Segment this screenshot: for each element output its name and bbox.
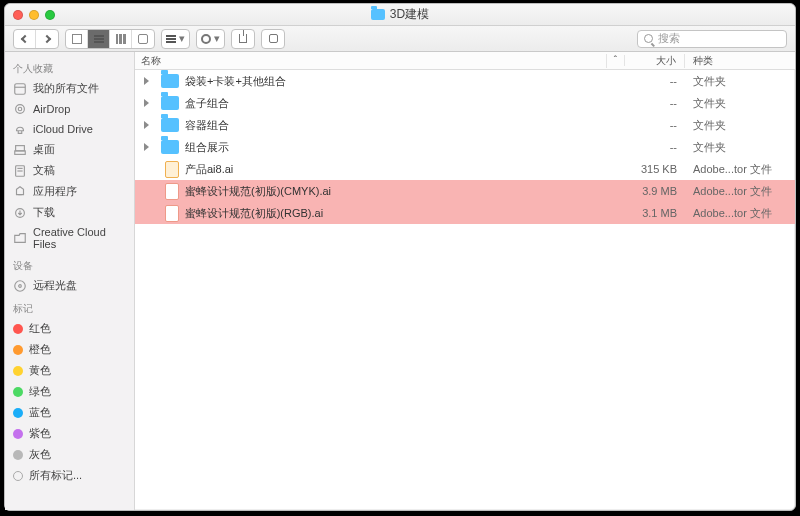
sidebar-item-label: iCloud Drive	[33, 123, 93, 135]
tag-icon	[269, 34, 278, 43]
column-headers: 名称 ˆ 大小 种类	[135, 52, 795, 70]
view-icon-button[interactable]	[66, 30, 88, 48]
folder-icon	[161, 96, 179, 110]
view-columns-button[interactable]	[110, 30, 132, 48]
sidebar-item[interactable]: iCloud Drive	[5, 119, 134, 139]
table-row[interactable]: ·蜜蜂设计规范(初版)(RGB).ai3.1 MBAdobe...tor 文件	[135, 202, 795, 224]
file-size: 3.9 MB	[607, 185, 685, 197]
disclosure-triangle[interactable]	[139, 141, 153, 153]
column-kind[interactable]: 种类	[685, 54, 795, 68]
svg-point-12	[19, 284, 22, 287]
sidebar-tag[interactable]: 所有标记...	[5, 465, 134, 486]
table-row[interactable]: ·蜜蜂设计规范(初版)(CMYK).ai3.9 MBAdobe...tor 文件	[135, 180, 795, 202]
sidebar-item[interactable]: 应用程序	[5, 181, 134, 202]
disclosure-triangle[interactable]	[139, 119, 153, 131]
disclosure-triangle[interactable]	[139, 97, 153, 109]
file-name: 容器组合	[185, 118, 229, 133]
tag-dot-icon	[13, 471, 23, 481]
sidebar-tag[interactable]: 黄色	[5, 360, 134, 381]
forward-button[interactable]	[36, 30, 58, 48]
file-name: 蜜蜂设计规范(初版)(RGB).ai	[185, 206, 323, 221]
finder-window: 3D建模 ▾ ▾ 搜索 个人收藏 我的所有文件AirDropiC	[4, 3, 796, 511]
sidebar-item-label: 应用程序	[33, 184, 77, 199]
arrange-icon	[166, 35, 176, 43]
sidebar-item[interactable]: 下载	[5, 202, 134, 223]
sidebar: 个人收藏 我的所有文件AirDropiCloud Drive桌面文稿应用程序下载…	[5, 52, 135, 510]
table-row[interactable]: ·产品ai8.ai315 KBAdobe...tor 文件	[135, 158, 795, 180]
sidebar-item-label: 下载	[33, 205, 55, 220]
search-icon	[644, 34, 653, 43]
sidebar-item-label: 绿色	[29, 384, 51, 399]
columns-icon	[116, 34, 126, 44]
sidebar-item-label: 文稿	[33, 163, 55, 178]
sidebar-item[interactable]: 桌面	[5, 139, 134, 160]
table-row[interactable]: 盒子组合--文件夹	[135, 92, 795, 114]
sidebar-item-label: 所有标记...	[29, 468, 82, 483]
chevron-left-icon	[20, 34, 28, 42]
svg-rect-5	[16, 145, 25, 150]
column-name[interactable]: 名称	[135, 54, 607, 68]
svg-point-11	[15, 280, 26, 291]
file-size: 3.1 MB	[607, 207, 685, 219]
coverflow-icon	[138, 34, 148, 44]
tag-dot-icon	[13, 387, 23, 397]
sidebar-tag[interactable]: 紫色	[5, 423, 134, 444]
view-coverflow-button[interactable]	[132, 30, 154, 48]
sidebar-item[interactable]: 我的所有文件	[5, 78, 134, 99]
table-row[interactable]: 组合展示--文件夹	[135, 136, 795, 158]
sidebar-tag[interactable]: 绿色	[5, 381, 134, 402]
svg-rect-0	[15, 83, 26, 94]
back-button[interactable]	[14, 30, 36, 48]
column-sort-indicator[interactable]: ˆ	[607, 55, 625, 66]
sidebar-icon	[13, 82, 27, 96]
arrange-menu[interactable]: ▾	[161, 29, 190, 49]
sidebar-item-label: 远程光盘	[33, 278, 77, 293]
file-list: 名称 ˆ 大小 种类 袋装+卡装+其他组合--文件夹盒子组合--文件夹容器组合-…	[135, 52, 795, 510]
gear-icon	[201, 34, 211, 44]
sidebar-icon	[13, 102, 27, 116]
tag-dot-icon	[13, 345, 23, 355]
grid-icon	[72, 34, 82, 44]
sidebar-tag[interactable]: 红色	[5, 318, 134, 339]
sidebar-item[interactable]: Creative Cloud Files	[5, 223, 134, 253]
column-size[interactable]: 大小	[625, 54, 685, 68]
sidebar-item[interactable]: 文稿	[5, 160, 134, 181]
sidebar-item-label: 红色	[29, 321, 51, 336]
file-name: 袋装+卡装+其他组合	[185, 74, 286, 89]
sidebar-item-label: 灰色	[29, 447, 51, 462]
view-switcher	[65, 29, 155, 49]
svg-point-3	[18, 107, 22, 111]
sidebar-section-tags: 标记	[5, 296, 134, 318]
disclosure-triangle[interactable]	[139, 75, 153, 87]
sidebar-tag[interactable]: 灰色	[5, 444, 134, 465]
folder-icon	[161, 118, 179, 132]
sidebar-item[interactable]: AirDrop	[5, 99, 134, 119]
sidebar-icon	[13, 185, 27, 199]
sidebar-tag[interactable]: 橙色	[5, 339, 134, 360]
sidebar-item-label: 桌面	[33, 142, 55, 157]
file-kind: 文件夹	[685, 96, 795, 111]
chevron-down-icon: ▾	[179, 32, 185, 45]
tags-button[interactable]	[261, 29, 285, 49]
file-size: 315 KB	[607, 163, 685, 175]
sidebar-item-label: 黄色	[29, 363, 51, 378]
titlebar[interactable]: 3D建模	[5, 4, 795, 26]
folder-icon	[371, 9, 385, 20]
search-field[interactable]: 搜索	[637, 30, 787, 48]
spacer: ·	[139, 163, 153, 175]
table-row[interactable]: 容器组合--文件夹	[135, 114, 795, 136]
view-list-button[interactable]	[88, 30, 110, 48]
sidebar-item[interactable]: 远程光盘	[5, 275, 134, 296]
spacer: ·	[139, 185, 153, 197]
file-name: 蜜蜂设计规范(初版)(CMYK).ai	[185, 184, 331, 199]
sidebar-tag[interactable]: 蓝色	[5, 402, 134, 423]
file-icon	[165, 183, 179, 200]
sidebar-item-label: 橙色	[29, 342, 51, 357]
table-row[interactable]: 袋装+卡装+其他组合--文件夹	[135, 70, 795, 92]
action-menu[interactable]: ▾	[196, 29, 225, 49]
file-kind: 文件夹	[685, 74, 795, 89]
sidebar-section-devices: 设备	[5, 253, 134, 275]
sidebar-item-label: Creative Cloud Files	[33, 226, 126, 250]
share-button[interactable]	[231, 29, 255, 49]
file-size: --	[607, 141, 685, 153]
